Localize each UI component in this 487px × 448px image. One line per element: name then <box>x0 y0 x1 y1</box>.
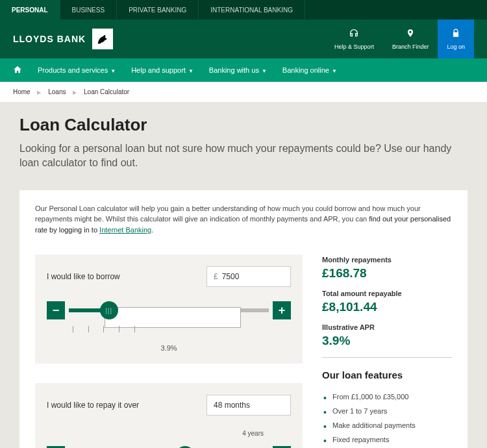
borrow-minus-button[interactable]: − <box>47 301 65 319</box>
features-list: From £1,000 to £35,000 Over 1 to 7 years… <box>322 390 452 448</box>
repay-input[interactable]: 48 months <box>206 395 291 416</box>
hero: Loan Calculator Looking for a personal l… <box>0 102 487 184</box>
topnav-business[interactable]: BUSINESS <box>60 0 118 19</box>
chevron-down-icon: ▼ <box>332 68 337 74</box>
results-panel: Monthly repayments £168.78 Total amount … <box>322 255 452 448</box>
nav-help[interactable]: Help and support▼ <box>131 66 194 74</box>
horse-logo-icon <box>92 29 113 49</box>
lock-icon <box>451 28 460 41</box>
home-icon[interactable] <box>13 65 22 76</box>
calculator-card: Our Personal Loan calculator will help y… <box>19 190 468 448</box>
topnav-private[interactable]: PRIVATE BANKING <box>117 0 199 19</box>
apr-value: 3.9% <box>322 334 452 348</box>
monthly-value: £168.78 <box>322 266 452 280</box>
nav-banking-with-us[interactable]: Banking with us▼ <box>209 66 267 74</box>
borrow-panel: I would like to borrow £7500 − ||| + 3.9… <box>35 255 303 364</box>
bc-current: Loan Calculator <box>84 88 129 95</box>
pin-icon <box>406 28 415 41</box>
breadcrumb: Home ▶ Loans ▶ Loan Calculator <box>0 82 487 102</box>
topnav-personal[interactable]: PERSONAL <box>0 0 60 19</box>
branch-finder-link[interactable]: Branch Finder <box>383 19 438 58</box>
repay-label: I would like to repay it over <box>47 401 139 410</box>
total-label: Total amount repayable <box>322 290 452 297</box>
bc-home[interactable]: Home <box>13 88 31 95</box>
intro-text: Our Personal Loan calculator will help y… <box>35 203 452 236</box>
list-item: Over 1 to 7 years <box>322 404 452 418</box>
header: LLOYDS BANK Help & Support Branch Finder… <box>0 19 487 58</box>
repay-panel: I would like to repay it over 48 months … <box>35 383 303 448</box>
borrow-tickmarks <box>73 326 265 335</box>
main-nav: Products and services▼ Help and support▼… <box>0 58 487 82</box>
topnav-international[interactable]: INTERNATIONAL BANKING <box>199 0 305 19</box>
list-item: Make additional payments <box>322 418 452 432</box>
list-item: Fixed repayments <box>322 432 452 447</box>
help-support-link[interactable]: Help & Support <box>325 19 383 58</box>
page-title: Loan Calculator <box>19 115 468 135</box>
borrow-apr: 3.9% <box>47 344 291 352</box>
total-value: £8,101.44 <box>322 300 452 314</box>
divider <box>322 357 452 358</box>
borrow-slider-handle[interactable]: ||| <box>100 301 118 319</box>
page-subtitle: Looking for a personal loan but not sure… <box>19 142 468 171</box>
apr-label: Illustrative APR <box>322 323 452 331</box>
headset-icon <box>349 28 359 41</box>
slider-tooltip <box>105 307 241 328</box>
borrow-plus-button[interactable]: + <box>273 301 291 319</box>
logon-button[interactable]: Log on <box>438 19 474 58</box>
chevron-down-icon: ▼ <box>188 68 194 74</box>
chevron-down-icon: ▼ <box>262 68 267 74</box>
top-nav: PERSONAL BUSINESS PRIVATE BANKING INTERN… <box>0 0 487 19</box>
repay-sublabel: 4 years <box>47 430 291 437</box>
chevron-right-icon: ▶ <box>73 90 77 95</box>
monthly-label: Monthly repayments <box>322 256 452 264</box>
borrow-input[interactable]: £7500 <box>206 266 291 287</box>
internet-banking-link[interactable]: Internet Banking <box>99 226 151 234</box>
borrow-label: I would like to borrow <box>47 272 120 281</box>
chevron-down-icon: ▼ <box>110 68 116 74</box>
brand[interactable]: LLOYDS BANK <box>13 29 113 49</box>
chevron-right-icon: ▶ <box>37 90 41 95</box>
features-title: Our loan features <box>322 369 452 380</box>
list-item: From £1,000 to £35,000 <box>322 390 452 404</box>
bc-loans[interactable]: Loans <box>48 88 66 95</box>
nav-banking-online[interactable]: Banking online▼ <box>282 66 337 74</box>
nav-products[interactable]: Products and services▼ <box>38 66 116 74</box>
brand-name: LLOYDS BANK <box>13 34 86 44</box>
borrow-slider[interactable]: ||| <box>69 308 269 312</box>
